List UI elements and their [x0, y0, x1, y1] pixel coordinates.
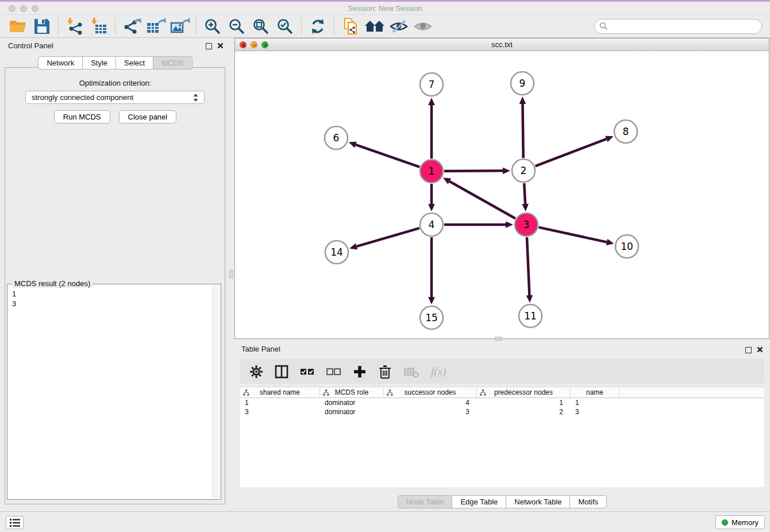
float-panel-icon[interactable] — [206, 43, 212, 49]
split-table-view-button[interactable] — [275, 365, 288, 379]
result-scrollbar[interactable] — [213, 285, 220, 499]
refresh-layout-button[interactable] — [306, 16, 330, 37]
graph-node-label: 15 — [425, 312, 438, 323]
add-column-button[interactable] — [353, 365, 367, 379]
table-cell[interactable]: 2 — [477, 407, 571, 417]
select-all-icon — [300, 365, 315, 379]
network-window-titlebar[interactable]: scc.txt — [235, 38, 769, 51]
column-header-predecessor-nodes[interactable]: predecessor nodes — [477, 387, 571, 398]
mcds-result-list[interactable]: 13 — [7, 288, 213, 498]
vertical-splitter-handle[interactable] — [229, 270, 233, 279]
graph-node-label: 10 — [621, 241, 633, 252]
zoom-fit-button[interactable] — [249, 16, 273, 37]
table-panel-title: Table Panel — [241, 345, 280, 353]
graph-edge-2-8[interactable] — [536, 139, 607, 166]
run-mcds-button[interactable]: Run MCDS — [54, 110, 110, 124]
edge-arrowhead-icon — [605, 136, 613, 142]
zoom-in-button[interactable] — [201, 16, 225, 37]
tab-select[interactable]: Select — [116, 56, 153, 70]
table-tab-motifs[interactable]: Motifs — [569, 495, 607, 508]
graph-edge-1-6[interactable] — [356, 145, 419, 167]
export-table-button[interactable] — [144, 16, 168, 37]
table-cell[interactable]: dominator — [320, 398, 384, 407]
function-builder-label: f(x) — [431, 365, 446, 378]
toolbar-separator — [115, 18, 116, 35]
main-titlebar: Session: New Session — [0, 2, 770, 15]
function-builder-button[interactable]: f(x) — [431, 365, 446, 378]
tab-network[interactable]: Network — [38, 56, 83, 70]
column-header-shared-name[interactable]: shared name — [240, 387, 320, 398]
save-icon — [33, 18, 51, 35]
column-type-icon — [387, 390, 393, 396]
close-panel-icon[interactable] — [217, 42, 224, 51]
table-tab-network-table[interactable]: Network Table — [506, 495, 570, 508]
table-cell[interactable]: 1 — [477, 398, 571, 407]
import-network-button[interactable] — [63, 16, 87, 37]
table-row[interactable]: 3dominator323 — [240, 407, 764, 417]
export-network-button[interactable] — [120, 16, 144, 37]
graph-edge-3-11[interactable] — [527, 237, 529, 295]
memory-button[interactable]: Memory — [715, 515, 765, 529]
table-cell[interactable]: 3 — [240, 407, 320, 417]
tab-mcds[interactable]: MCDS — [153, 56, 192, 70]
task-history-button[interactable] — [6, 516, 24, 529]
show-graphics-button[interactable] — [411, 16, 435, 37]
column-header-mcds-role[interactable]: MCDS role — [320, 387, 384, 398]
float-table-panel-icon[interactable] — [745, 347, 752, 353]
copy-network-button[interactable] — [338, 16, 363, 37]
toolbar-separator — [196, 18, 197, 35]
graph-node-label: 11 — [524, 310, 537, 322]
zoom-selected-button[interactable] — [273, 16, 297, 37]
delete-column-button[interactable] — [378, 364, 392, 379]
open-session-button[interactable] — [6, 16, 30, 37]
table-cell[interactable]: 4 — [384, 398, 477, 407]
column-header-label: MCDS role — [335, 388, 369, 396]
search-box — [594, 19, 762, 34]
table-tab-node-table[interactable]: Node Table — [398, 495, 453, 508]
table-tab-edge-table[interactable]: Edge Table — [452, 495, 506, 508]
deselect-all-rows-button[interactable] — [326, 365, 341, 379]
edge-arrowhead-icon — [349, 141, 357, 148]
import-table-button[interactable] — [87, 16, 111, 37]
tab-style[interactable]: Style — [82, 56, 116, 70]
table-cell[interactable]: dominator — [320, 407, 384, 417]
hide-graphics-button[interactable] — [387, 16, 411, 37]
folder-open-icon — [9, 18, 27, 35]
table-settings-button[interactable] — [249, 365, 263, 379]
select-all-rows-button[interactable] — [300, 365, 315, 379]
horizontal-splitter-handle[interactable] — [495, 337, 502, 341]
delete-table-button[interactable] — [403, 365, 419, 379]
optimization-criterion-label: Optimization criterion: — [0, 79, 230, 87]
graph-edge-4-14[interactable] — [357, 228, 419, 246]
graph-edge-1-2[interactable] — [444, 171, 503, 171]
graph-edge-3-1[interactable] — [449, 182, 515, 219]
table-cell[interactable]: 3 — [384, 407, 477, 417]
search-input[interactable] — [610, 22, 757, 30]
table-cell[interactable]: 1 — [571, 398, 619, 407]
column-header-label: successor nodes — [404, 388, 456, 396]
graph-node-label: 14 — [330, 246, 343, 258]
save-session-button[interactable] — [30, 16, 54, 37]
mcds-result-line: 1 — [12, 289, 208, 299]
import-network-icon — [66, 17, 84, 36]
column-type-icon — [323, 390, 329, 396]
table-tabbar: Node TableEdge TableNetwork TableMotifs — [234, 495, 770, 508]
zoom-out-button[interactable] — [225, 16, 249, 37]
column-header-successor-nodes[interactable]: successor nodes — [384, 387, 477, 398]
graph-edge-2-9[interactable] — [522, 104, 523, 158]
column-header-name[interactable]: name — [571, 387, 619, 398]
show-networks-button[interactable] — [363, 16, 387, 37]
close-panel-button[interactable]: Close panel — [119, 110, 177, 124]
graph-edge-3-10[interactable] — [538, 228, 606, 242]
graph-node-label: 8 — [623, 126, 629, 137]
table-cell[interactable]: 3 — [571, 407, 619, 417]
table-cell[interactable]: 1 — [240, 398, 320, 407]
criterion-dropdown[interactable]: strongly connected component — [25, 91, 205, 104]
network-canvas[interactable]: 7968124314101511 — [235, 51, 769, 338]
houses-icon — [364, 18, 385, 35]
table-row[interactable]: 1dominator411 — [240, 398, 764, 407]
close-table-panel-icon[interactable] — [757, 346, 763, 354]
graph-edge-2-3[interactable] — [524, 183, 525, 204]
export-image-button[interactable] — [168, 16, 192, 37]
column-header-label: name — [586, 388, 603, 396]
